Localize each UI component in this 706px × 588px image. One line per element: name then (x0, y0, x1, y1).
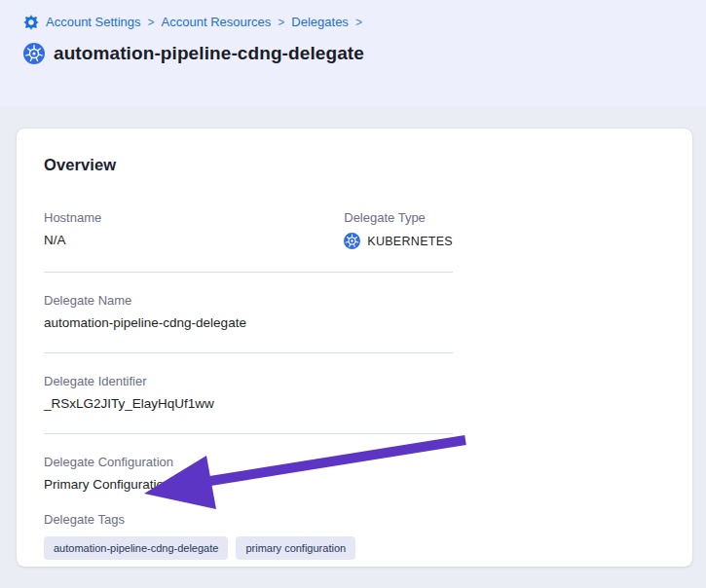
hostname-label: Hostname (44, 210, 344, 225)
delegate-name-value: automation-pipeline-cdng-delegate (44, 315, 453, 330)
gear-icon (23, 15, 39, 30)
divider (44, 433, 453, 434)
breadcrumb: Account Settings > Account Resources > D… (23, 15, 683, 30)
delegate-configuration-label: Delegate Configuration (44, 455, 453, 469)
divider (44, 352, 453, 353)
title-row: automation-pipeline-cdng-delegate (23, 43, 683, 64)
breadcrumb-separator: > (278, 15, 284, 30)
hostname-field: Hostname N/A (44, 210, 344, 249)
breadcrumb-separator: > (148, 15, 155, 30)
page-header: Account Settings > Account Resources > D… (0, 0, 706, 107)
divider (44, 272, 453, 273)
delegate-type-field: Delegate Type (344, 210, 453, 249)
delegate-name-field: Delegate Name automation-pipeline-cdng-d… (44, 293, 453, 330)
delegate-tag: primary configuration (236, 536, 355, 560)
delegate-configuration-value: Primary Configuration (44, 477, 453, 492)
kubernetes-icon (23, 43, 45, 64)
page-title: automation-pipeline-cdng-delegate (54, 43, 364, 64)
overview-heading: Overview (44, 156, 665, 174)
hostname-delegate-type-row: Hostname N/A Delegate Type (44, 210, 453, 249)
breadcrumb-account-resources[interactable]: Account Resources (162, 15, 272, 30)
delegate-tags-label: Delegate Tags (44, 512, 453, 527)
delegate-type-value: KUBERNETES (367, 235, 453, 248)
hostname-value: N/A (44, 233, 344, 247)
breadcrumb-delegates[interactable]: Delegates (291, 15, 349, 30)
delegate-tags-field: Delegate Tags automation-pipeline-cdng-d… (44, 512, 453, 560)
delegate-identifier-value: _RSxLG2JITy_ElayHqUf1ww (44, 396, 453, 411)
delegate-name-label: Delegate Name (44, 293, 453, 308)
breadcrumb-account-settings[interactable]: Account Settings (46, 15, 141, 30)
delegate-configuration-field: Delegate Configuration Primary Configura… (44, 455, 453, 492)
kubernetes-icon (344, 233, 360, 249)
delegate-identifier-field: Delegate Identifier _RSxLG2JITy_ElayHqUf… (44, 374, 453, 411)
delegate-identifier-label: Delegate Identifier (44, 374, 453, 388)
overview-card: Overview Hostname N/A Delegate Type (17, 129, 692, 567)
delegate-tag: automation-pipeline-cdng-delegate (44, 536, 228, 560)
delegate-type-label: Delegate Type (344, 210, 453, 225)
breadcrumb-separator: > (355, 15, 362, 30)
